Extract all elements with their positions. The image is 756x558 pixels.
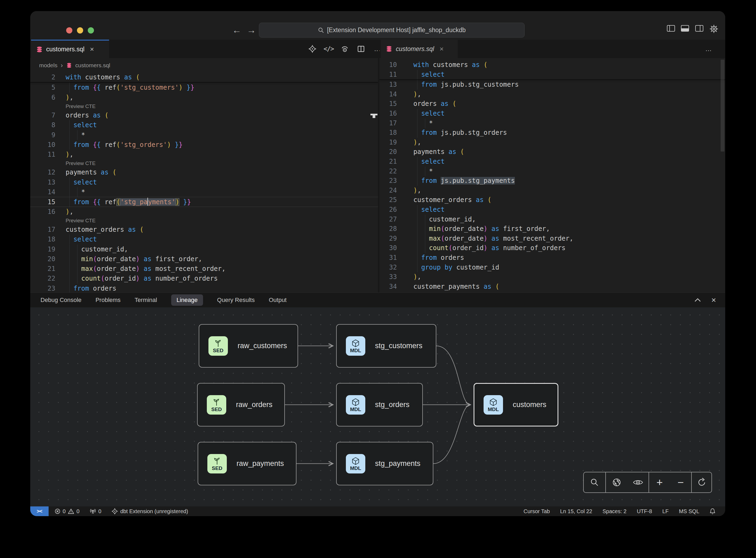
code-line[interactable]: 11 select xyxy=(379,70,725,80)
code-line[interactable]: 17customer_orders as ( xyxy=(30,225,378,234)
code-line[interactable]: 15orders as ( xyxy=(379,99,725,109)
code-line[interactable]: 26 select xyxy=(379,205,725,215)
tab-close-icon[interactable]: × xyxy=(440,45,444,53)
lineage-node-raw_orders[interactable]: SEDraw_orders xyxy=(197,383,285,427)
code-lens-preview-cte[interactable]: Preview CTE xyxy=(66,218,96,224)
code-line[interactable]: 19), xyxy=(379,138,725,148)
code-line[interactable]: 10with customers as ( xyxy=(379,60,725,70)
panel-tab-debug-console[interactable]: Debug Console xyxy=(41,295,81,306)
code-icon[interactable]: </> xyxy=(324,44,333,53)
layout-panel-icon[interactable] xyxy=(681,25,690,33)
code-line[interactable]: 20 min(order_date) as first_order, xyxy=(30,254,378,264)
panel-tab-terminal[interactable]: Terminal xyxy=(135,295,157,306)
code-line[interactable]: 9 * xyxy=(30,130,378,140)
command-center-search[interactable]: [Extension Development Host] jaffle_shop… xyxy=(259,23,525,37)
back-arrow-icon[interactable]: ← xyxy=(232,25,241,35)
code-line[interactable]: 30 count(order_id) as number_of_orders xyxy=(379,243,725,253)
code-line[interactable]: 22 * xyxy=(379,167,725,176)
code-line[interactable]: 13 from js.pub.stg_customers xyxy=(379,80,725,90)
code-line[interactable]: 20payments as ( xyxy=(379,147,725,157)
status-line-col[interactable]: Ln 15, Col 22 xyxy=(560,508,592,514)
code-line[interactable]: 25customer_orders as ( xyxy=(379,195,725,205)
more-actions-icon[interactable]: … xyxy=(704,44,713,53)
window-zoom-button[interactable] xyxy=(88,27,94,33)
code-line[interactable]: 16), xyxy=(30,207,378,217)
preview-eye-icon[interactable] xyxy=(340,44,349,53)
code-lens-preview-cte[interactable]: Preview CTE xyxy=(66,160,96,167)
code-line[interactable]: 34customer_payments as ( xyxy=(379,282,725,292)
panel-tab-lineage[interactable]: Lineage xyxy=(171,295,203,306)
editor-scrollbar[interactable] xyxy=(721,60,724,152)
status-cursor-mode[interactable]: Cursor Tab xyxy=(524,508,550,514)
window-close-button[interactable] xyxy=(66,27,72,33)
code-line[interactable]: 27 customer_id, xyxy=(379,215,725,224)
lineage-node-customers[interactable]: MDLcustomers xyxy=(474,383,558,427)
code-line[interactable]: 28 min(order_date) as first_order, xyxy=(379,224,725,234)
lineage-node-stg_orders[interactable]: MDLstg_orders xyxy=(336,383,423,427)
code-line[interactable]: 29 max(order_date) as most_recent_order, xyxy=(379,234,725,244)
tab-close-icon[interactable]: × xyxy=(90,45,94,53)
lineage-node-stg_customers[interactable]: MDLstg_customers xyxy=(336,324,436,367)
code-line[interactable]: 18 from js.pub.stg_orders xyxy=(379,128,725,138)
code-line[interactable]: 10 from {{ ref('stg_orders') }} xyxy=(30,140,378,150)
lineage-node-stg_payments[interactable]: MDLstg_payments xyxy=(336,442,433,485)
more-actions-icon[interactable]: … xyxy=(373,44,382,53)
close-icon[interactable]: × xyxy=(711,296,716,305)
code-line[interactable]: 19 customer_id, xyxy=(30,245,378,254)
code-line[interactable]: 13 select xyxy=(30,177,378,187)
code-line[interactable]: 22 count(order_id) as number_of_orders xyxy=(30,274,378,283)
editor-compiled-sql[interactable]: 10with customers as (11 select13 from js… xyxy=(379,58,725,293)
code-line[interactable]: 11), xyxy=(30,150,378,159)
split-editor-icon[interactable] xyxy=(357,44,366,53)
code-line[interactable]: 23 from js.pub.stg_payments xyxy=(379,176,725,186)
tab-customers-sql-right[interactable]: customers.sql × xyxy=(381,40,458,58)
breadcrumb[interactable]: models › customers.sql xyxy=(30,58,378,72)
window-minimize-button[interactable] xyxy=(77,27,83,33)
code-line[interactable]: 14 * xyxy=(30,187,378,197)
search-icon[interactable] xyxy=(588,476,601,488)
code-line[interactable]: 16 select xyxy=(379,109,725,119)
zoom-out-icon[interactable]: − xyxy=(675,476,687,488)
code-line[interactable]: 6), xyxy=(30,93,378,102)
code-line[interactable]: 18 select xyxy=(30,234,378,244)
dbt-icon[interactable] xyxy=(308,44,317,53)
lineage-graph[interactable]: SEDraw_customersMDLstg_customersSEDraw_o… xyxy=(30,307,725,506)
status-eol[interactable]: LF xyxy=(662,508,669,514)
lineage-node-raw_payments[interactable]: SEDraw_payments xyxy=(198,442,296,485)
dbt-extension-status[interactable]: dbt Extension (unregistered) xyxy=(111,508,188,514)
breadcrumb-file[interactable]: customers.sql xyxy=(75,62,110,69)
code-line[interactable]: 32 group by customer_id xyxy=(379,263,725,273)
code-line[interactable]: 17 * xyxy=(379,119,725,128)
code-line[interactable]: 7orders as ( xyxy=(30,110,378,120)
code-line[interactable]: 14), xyxy=(379,90,725,99)
panel-tab-problems[interactable]: Problems xyxy=(96,295,121,306)
editor-source-sql[interactable]: 2with customers as (5 from {{ ref('stg_c… xyxy=(30,72,378,293)
code-line[interactable]: 24), xyxy=(379,186,725,196)
status-encoding[interactable]: UTF-8 xyxy=(637,508,652,514)
panel-tab-output[interactable]: Output xyxy=(269,295,286,306)
zoom-in-icon[interactable]: + xyxy=(653,476,666,488)
status-indentation[interactable]: Spaces: 2 xyxy=(602,508,626,514)
forward-arrow-icon[interactable]: → xyxy=(247,25,256,35)
remote-indicator[interactable]: >< xyxy=(30,506,49,516)
code-line[interactable]: 23 from orders xyxy=(30,284,378,293)
panel-tab-query-results[interactable]: Query Results xyxy=(217,295,255,306)
code-line[interactable]: 21 max(order_date) as most_recent_order, xyxy=(30,264,378,274)
refresh-icon[interactable] xyxy=(696,476,708,488)
bell-icon[interactable] xyxy=(709,508,715,514)
breadcrumb-folder[interactable]: models xyxy=(39,62,57,69)
ports-status[interactable]: 0 xyxy=(89,508,101,514)
tab-customers-sql-left[interactable]: customers.sql × xyxy=(31,40,109,58)
aperture-icon[interactable] xyxy=(610,476,623,488)
code-line[interactable]: 21 select xyxy=(379,157,725,167)
code-line[interactable]: 15 from {{ ref('stg_payments') }} xyxy=(30,197,378,207)
settings-gear-icon[interactable] xyxy=(709,24,719,32)
code-line[interactable]: 31 from orders xyxy=(379,253,725,263)
layout-sidebar-right-icon[interactable] xyxy=(695,25,704,33)
problems-status[interactable]: 0 0 xyxy=(55,508,79,514)
lineage-node-raw_customers[interactable]: SEDraw_customers xyxy=(199,324,298,367)
status-language-mode[interactable]: MS SQL xyxy=(679,508,699,514)
code-line[interactable]: 33), xyxy=(379,272,725,282)
code-line[interactable]: 8 select xyxy=(30,120,378,130)
eye-icon[interactable] xyxy=(632,476,644,488)
